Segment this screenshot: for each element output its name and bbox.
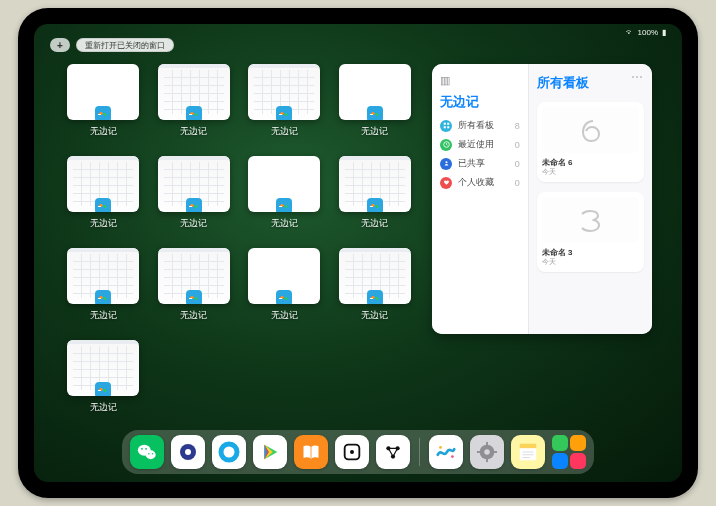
svg-rect-28 [520, 444, 537, 449]
nav-item[interactable]: 最近使用0 [440, 138, 520, 151]
nav-count: 0 [515, 140, 520, 150]
battery-icon: ▮ [662, 28, 666, 37]
thumb-label: 无边记 [90, 310, 117, 322]
recent-apps-stack[interactable] [552, 435, 586, 469]
thumb-label: 无边记 [361, 218, 388, 230]
panel-nav: 所有看板8最近使用0已共享0个人收藏0 [440, 119, 520, 189]
new-window-button[interactable]: + [50, 38, 70, 52]
freeform-app-icon [186, 290, 202, 304]
board-card[interactable]: 未命名 6今天 [537, 102, 644, 182]
dock-freeform-icon[interactable] [429, 435, 463, 469]
window-thumb[interactable]: 无边记 [336, 248, 415, 328]
battery-label: 100% [638, 28, 658, 37]
dock-books-icon[interactable] [294, 435, 328, 469]
svg-rect-2 [443, 126, 445, 128]
svg-point-13 [185, 449, 191, 455]
thumb-label: 无边记 [271, 126, 298, 138]
svg-point-8 [141, 448, 143, 450]
freeform-app-icon [367, 106, 383, 120]
nav-label: 所有看板 [458, 119, 494, 132]
panel-sidebar: ▥ 无边记 所有看板8最近使用0已共享0个人收藏0 [432, 64, 529, 334]
panel-right-title: 所有看板 [537, 74, 644, 92]
thumb-card [339, 156, 411, 212]
svg-rect-25 [486, 458, 488, 462]
svg-point-20 [439, 446, 442, 449]
dock-wechat-icon[interactable] [130, 435, 164, 469]
window-thumb[interactable]: 无边记 [64, 156, 143, 236]
window-thumb[interactable]: 无边记 [336, 64, 415, 144]
dock-dice-icon[interactable] [335, 435, 369, 469]
thumb-card [248, 64, 320, 120]
svg-rect-0 [443, 123, 445, 125]
dock-notes-icon[interactable] [511, 435, 545, 469]
boards-list: 未命名 6今天未命名 3今天 [537, 102, 644, 272]
dock-play-icon[interactable] [253, 435, 287, 469]
dock-browser2-icon[interactable] [212, 435, 246, 469]
thumb-label: 无边记 [271, 218, 298, 230]
panel-title: 无边记 [440, 93, 520, 111]
dock-settings-icon[interactable] [470, 435, 504, 469]
nav-count: 0 [515, 178, 520, 188]
thumb-label: 无边记 [90, 218, 117, 230]
thumb-card [339, 64, 411, 120]
share-icon [440, 158, 452, 170]
window-thumb[interactable]: 无边记 [336, 156, 415, 236]
plus-icon: + [57, 40, 63, 51]
sidebar-toggle-icon[interactable]: ▥ [440, 74, 520, 87]
nav-count: 0 [515, 159, 520, 169]
board-subtitle: 今天 [542, 258, 639, 267]
svg-point-7 [146, 450, 156, 459]
freeform-app-icon [367, 290, 383, 304]
window-thumb[interactable]: 无边记 [155, 156, 234, 236]
window-thumb[interactable]: 无边记 [155, 248, 234, 328]
window-thumb[interactable]: 无边记 [245, 64, 324, 144]
dock-dots-icon[interactable] [376, 435, 410, 469]
thumb-card [67, 64, 139, 120]
window-thumbnails: 无边记无边记无边记无边记无边记无边记无边记无边记无边记无边记无边记无边记无边记 [64, 64, 414, 422]
board-subtitle: 今天 [542, 168, 639, 177]
thumb-card [67, 156, 139, 212]
board-title: 未命名 6 [542, 157, 639, 168]
svg-point-9 [145, 448, 147, 450]
svg-point-11 [152, 453, 153, 454]
freeform-panel[interactable]: ▥ 无边记 所有看板8最近使用0已共享0个人收藏0 ⋯ 所有看板 未命名 6今天… [432, 64, 652, 334]
freeform-app-icon [276, 106, 292, 120]
thumb-label: 无边记 [180, 310, 207, 322]
svg-point-14 [221, 444, 237, 460]
more-button[interactable]: ⋯ [631, 70, 644, 84]
nav-item[interactable]: 所有看板8 [440, 119, 520, 132]
thumb-card [158, 64, 230, 120]
dock [122, 430, 594, 474]
thumb-card [248, 248, 320, 304]
svg-rect-1 [447, 123, 449, 125]
window-thumb[interactable]: 无边记 [64, 64, 143, 144]
board-preview [542, 197, 639, 243]
freeform-app-icon [186, 198, 202, 212]
svg-point-23 [484, 449, 490, 455]
thumb-label: 无边记 [180, 218, 207, 230]
reopen-closed-window-button[interactable]: 重新打开已关闭的窗口 [76, 38, 174, 52]
window-thumb[interactable]: 无边记 [64, 248, 143, 328]
svg-point-5 [445, 161, 447, 163]
thumb-card [158, 156, 230, 212]
panel-content: ⋯ 所有看板 未命名 6今天未命名 3今天 [529, 64, 652, 334]
clock-icon [440, 139, 452, 151]
grid-icon [440, 120, 452, 132]
window-thumb[interactable]: 无边记 [64, 340, 143, 420]
freeform-app-icon [95, 382, 111, 396]
thumb-card [67, 340, 139, 396]
freeform-app-icon [95, 106, 111, 120]
nav-item[interactable]: 个人收藏0 [440, 176, 520, 189]
screen: ᯤ 100% ▮ + 重新打开已关闭的窗口 无边记无边记无边记无边记无边记无边记… [34, 24, 682, 482]
nav-item[interactable]: 已共享0 [440, 157, 520, 170]
nav-label: 已共享 [458, 157, 485, 170]
board-card[interactable]: 未命名 3今天 [537, 192, 644, 272]
freeform-app-icon [276, 290, 292, 304]
thumb-label: 无边记 [180, 126, 207, 138]
window-thumb[interactable]: 无边记 [245, 156, 324, 236]
dock-browser1-icon[interactable] [171, 435, 205, 469]
window-thumb[interactable]: 无边记 [245, 248, 324, 328]
svg-rect-27 [493, 451, 497, 453]
window-thumb[interactable]: 无边记 [155, 64, 234, 144]
thumb-label: 无边记 [361, 310, 388, 322]
